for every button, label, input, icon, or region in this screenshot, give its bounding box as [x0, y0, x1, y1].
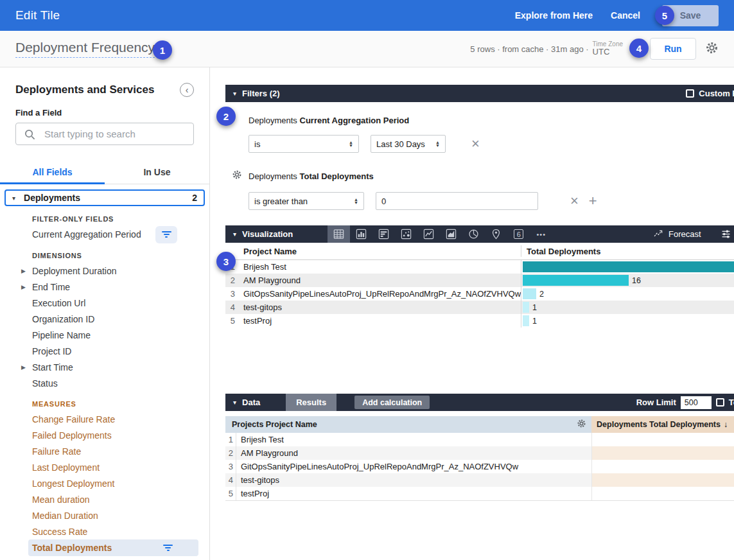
dimension-execution-url[interactable]: Execution Url [32, 295, 194, 311]
tab-all-fields[interactable]: All Fields [0, 161, 105, 184]
tune-sliders-icon [721, 229, 731, 240]
sidebar-tabs: All Fields In Use [0, 161, 209, 184]
caret-right-icon: ▶ [21, 364, 26, 371]
data-col-project-name[interactable]: Projects Project Name [225, 416, 591, 433]
results-tab[interactable]: Results [286, 394, 336, 411]
data-table-row[interactable]: 5 testProj 1 [225, 487, 734, 500]
viz-table-row[interactable]: 1 Brijesh Test 32 [225, 260, 734, 274]
annotation-badge-3: 3 [216, 252, 236, 271]
viz-table-row[interactable]: 2 AM Playground 16 [225, 274, 734, 287]
filter-gear-icon[interactable] [232, 170, 242, 182]
filter-operator-select[interactable]: is greater than ▲▼ [249, 192, 364, 210]
add-calculation-button[interactable]: Add calculation [354, 396, 430, 409]
measure-failed-deployments[interactable]: Failed Deployments [32, 427, 194, 443]
filter-row-controls: is greater than ▲▼ × + [249, 192, 734, 210]
measure-mean-duration[interactable]: Mean duration [32, 491, 194, 507]
edit-tile-window: Edit Tile Explore from Here Cancel Save … [0, 0, 734, 560]
viz-table-row[interactable]: 3 GitOpsSanityPipeLinesAutoProj_UpRelRep… [225, 287, 734, 301]
cancel-button[interactable]: Cancel [611, 10, 640, 21]
viz-type-line-chart-icon[interactable] [417, 225, 440, 243]
viz-type-pie-chart-icon[interactable] [462, 225, 485, 243]
measure-failure-rate[interactable]: Failure Rate [32, 443, 194, 459]
field-current-aggregation-period[interactable]: Current Aggregation Period [32, 226, 194, 243]
run-button[interactable]: Run [650, 38, 696, 60]
filter-active-chip[interactable] [155, 226, 177, 243]
dimension-pipeline-name[interactable]: Pipeline Name [32, 327, 194, 343]
dimension-organization-id[interactable]: Organization ID [32, 311, 194, 327]
results-data-table: Projects Project Name Deployments Total … [225, 416, 734, 501]
data-table-header: Projects Project Name Deployments Total … [225, 416, 734, 433]
viz-type-map-icon[interactable] [485, 225, 507, 243]
remove-filter-icon[interactable]: × [471, 137, 480, 151]
filter-icon[interactable] [163, 545, 173, 551]
deployments-group-row[interactable]: ▾ Deployments 2 [4, 189, 205, 206]
dimension-end-time[interactable]: ▶End Time [32, 279, 194, 295]
custom-filter-label: Custom Filter [699, 89, 734, 98]
data-table-row[interactable]: 1 Brijesh Test 32 [225, 433, 734, 446]
measure-change-failure-rate[interactable]: Change Failure Rate [32, 411, 194, 427]
field-search [15, 123, 194, 145]
measure-success-rate[interactable]: Success Rate [32, 523, 194, 539]
viz-table-row[interactable]: 5 testProj 1 [225, 314, 734, 328]
caret-right-icon: ▶ [21, 284, 26, 290]
viz-type-table-icon[interactable] [328, 225, 350, 243]
filter-value-input[interactable] [376, 192, 538, 210]
add-filter-icon[interactable]: + [589, 194, 597, 208]
totals-checkbox[interactable] [716, 398, 724, 407]
filters-section-bar[interactable]: ▾ Filters (2) Custom Filter [225, 85, 734, 102]
explore-from-here-button[interactable]: Explore from Here [515, 10, 593, 21]
custom-filter-checkbox[interactable] [686, 89, 694, 98]
tab-in-use[interactable]: In Use [105, 161, 209, 184]
data-col-total-deployments[interactable]: Deployments Total Deployments ↓ [591, 416, 734, 433]
dimension-deployment-duration[interactable]: ▶Deployment Duration [32, 263, 194, 279]
field-search-input[interactable] [15, 123, 194, 145]
viz-col-project-name[interactable]: Project Name [238, 247, 521, 256]
viz-type-column-chart-icon[interactable] [350, 225, 372, 243]
data-table-row[interactable]: 2 AM Playground 16 [225, 446, 734, 460]
remove-filter-icon[interactable]: × [570, 194, 579, 208]
forecast-icon [653, 229, 664, 240]
visualization-section-bar[interactable]: ▾ Visualization [225, 225, 734, 243]
data-section-bar[interactable]: ▾ Data Results Add calculation Row Limit… [225, 394, 734, 411]
viz-type-bar-chart-icon[interactable] [372, 225, 395, 243]
viz-table-row[interactable]: 4 test-gitops 1 [225, 301, 734, 314]
edit-visualization-button[interactable]: Edit [721, 229, 734, 240]
dimension-status[interactable]: Status [32, 375, 194, 391]
viz-bar [523, 315, 529, 326]
viz-bar [523, 261, 734, 272]
caret-down-icon: ▾ [233, 231, 236, 238]
page-title[interactable]: Deployment Frequency [15, 40, 155, 58]
viz-col-total-deployments[interactable]: Total Deployments [527, 247, 600, 256]
measure-last-deployment[interactable]: Last Deployment [32, 459, 194, 475]
row-limit-label: Row Limit [636, 398, 676, 407]
dimension-start-time[interactable]: ▶Start Time [32, 359, 194, 375]
measure-longest-deployment[interactable]: Longest Deployment [32, 475, 194, 491]
chevron-left-icon: ‹ [186, 85, 189, 94]
row-limit-input[interactable] [681, 396, 712, 409]
viz-type-area-chart-icon[interactable] [440, 225, 462, 243]
data-table-row[interactable]: 4 test-gitops 1 [225, 473, 734, 487]
measure-total-deployments[interactable]: Total Deployments [28, 539, 198, 556]
title-bar-right: 5 rows · from cache · 31m ago · Time Zon… [470, 38, 719, 60]
caret-down-icon: ▾ [233, 399, 236, 406]
viz-type-scatter-icon[interactable] [395, 225, 417, 243]
viz-type-single-value-icon[interactable]: 6 [507, 225, 530, 243]
query-status-text: 5 rows · from cache · 31m ago · [470, 44, 588, 54]
caret-down-icon: ▾ [12, 195, 15, 202]
query-settings-gear-icon[interactable] [705, 41, 719, 57]
filter-field-head: Deployments Total Deployments [232, 170, 734, 182]
viz-bar [523, 302, 529, 313]
forecast-button[interactable]: Forecast [653, 229, 701, 240]
filter-only-fields-caption: FILTER-ONLY FIELDS [32, 215, 194, 223]
data-table-row[interactable]: 3 GitOpsSanityPipeLinesAutoProj_UpRelRep… [225, 460, 734, 473]
timezone-block: Time Zone UTC [593, 40, 623, 57]
filter-value-select[interactable]: Last 30 Days ▲▼ [371, 135, 446, 153]
measure-median-duration[interactable]: Median Duration [32, 507, 194, 523]
filter-icon [162, 231, 171, 238]
dimension-project-id[interactable]: Project ID [32, 343, 194, 359]
column-gear-icon[interactable] [577, 419, 586, 430]
filter-operator-select[interactable]: is ▲▼ [249, 135, 359, 153]
collapse-sidebar-button[interactable]: ‹ [180, 83, 194, 97]
select-arrows-icon: ▲▼ [347, 198, 358, 204]
viz-type-more-icon[interactable]: ••• [530, 225, 552, 243]
